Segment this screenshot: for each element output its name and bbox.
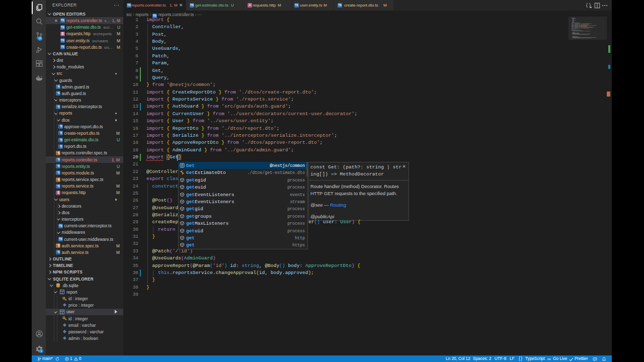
svg-text:@: @ [181,164,183,167]
